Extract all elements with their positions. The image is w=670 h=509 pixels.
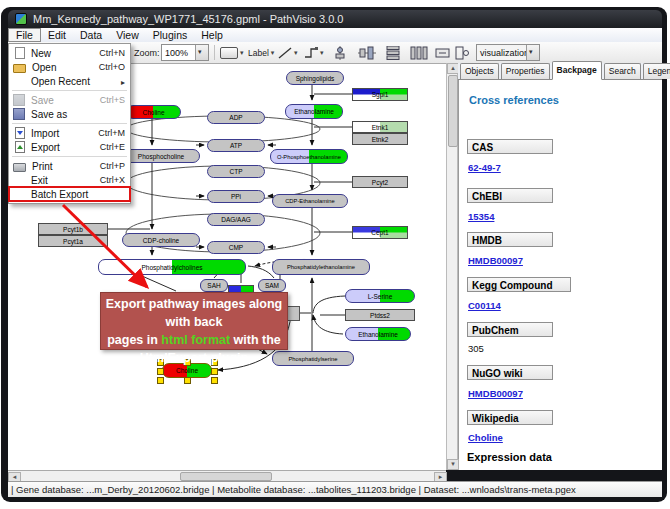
node-phosphocholine[interactable]: Phosphocholine	[122, 149, 200, 163]
callout-text: with the	[230, 333, 281, 347]
zoom-combobox[interactable]: 100%	[161, 42, 209, 63]
menu-item-label: Import	[31, 128, 98, 139]
scrollbar-thumb[interactable]	[180, 472, 272, 481]
tab-objects[interactable]: Objects	[460, 63, 499, 79]
node-dag-aag[interactable]: DAG/AAG	[207, 213, 265, 226]
xref-link-wikipedia[interactable]: Choline	[468, 432, 503, 443]
chevron-down-icon[interactable]	[271, 49, 275, 57]
node-cdp-ethanolamine[interactable]: CDP-Ethanolamine	[272, 194, 348, 208]
menu-item-import[interactable]: ImportCtrl+M	[9, 126, 130, 140]
datanode-tool-button[interactable]	[220, 42, 244, 63]
menu-view[interactable]: View	[109, 29, 146, 42]
selection-handle[interactable]	[157, 377, 164, 384]
tab-backpage[interactable]: Backpage	[552, 61, 602, 80]
menu-item-export[interactable]: ExportCtrl+E	[9, 140, 130, 154]
visualization-dropdown-icon[interactable]	[526, 45, 539, 60]
node-o-phosphoethanolamine[interactable]: O-Phosphoethanolamine	[270, 149, 348, 164]
align-middle-button[interactable]	[358, 42, 376, 63]
canvas-vertical-scrollbar[interactable]: ▴ ▾	[446, 63, 458, 470]
app-icon	[15, 13, 27, 25]
menu-data[interactable]: Data	[73, 29, 109, 42]
node-l-serine[interactable]: L-Serine	[345, 289, 415, 303]
xref-header-wikipedia: Wikipedia	[467, 410, 553, 425]
canvas-horizontal-scrollbar[interactable]: ◂ ▸	[8, 470, 446, 481]
node-pcyt2[interactable]: Pcyt2	[352, 176, 408, 188]
node-ptdss2[interactable]: Ptdss2	[345, 309, 415, 321]
menu-help[interactable]: Help	[194, 29, 230, 42]
menu-separator	[12, 156, 127, 157]
preview-button[interactable]	[455, 42, 471, 63]
node-cdp-choline[interactable]: CDP-choline	[122, 233, 200, 247]
xref-link-kegg[interactable]: C00114	[468, 300, 501, 311]
stack-horizontal-button[interactable]	[410, 42, 428, 63]
node-ctp[interactable]: CTP	[207, 165, 265, 178]
node-label: Ptdss2	[370, 312, 390, 319]
node-label: Cept1	[371, 229, 388, 236]
selection-handle[interactable]	[184, 377, 191, 384]
sidebar-tab-bar: Objects Properties Backpage Search Legen…	[458, 63, 662, 80]
menu-item-save[interactable]: SaveCtrl+S	[9, 93, 130, 107]
selection-handle[interactable]	[157, 368, 164, 375]
menu-file[interactable]: File	[8, 28, 41, 42]
xref-link-hmdb[interactable]: HMDB00097	[468, 255, 523, 266]
menu-item-exit[interactable]: ExitCtrl+X	[9, 173, 130, 187]
save-as-icon	[13, 108, 25, 120]
label-tool-button[interactable]: Label	[248, 42, 274, 63]
node-sphingolipids[interactable]: Sphingolipids	[286, 71, 344, 85]
node-choline-top[interactable]: Choline	[126, 105, 181, 119]
line-tool-button[interactable]	[278, 42, 298, 63]
node-sah[interactable]: SAH	[200, 279, 228, 292]
align-center-button[interactable]	[332, 42, 348, 63]
common-size-button[interactable]	[435, 42, 451, 63]
chevron-down-icon[interactable]	[240, 49, 244, 57]
node-phosphatidylcholines[interactable]: Phosphatidylcholines	[98, 259, 246, 275]
node-phosphatidylethanolamine[interactable]: Phosphatidylethanolamine	[272, 259, 370, 275]
node-atp[interactable]: ATP	[207, 139, 265, 152]
visualization-combobox[interactable]: visualization	[476, 42, 540, 63]
selection-handle[interactable]	[211, 377, 218, 384]
selection-handle[interactable]	[211, 368, 218, 375]
menu-item-print[interactable]: PrintCtrl+P	[9, 159, 130, 173]
scroll-down-icon[interactable]: ▾	[447, 459, 459, 470]
node-cmp[interactable]: CMP	[207, 241, 265, 254]
menu-item-new[interactable]: NewCtrl+N	[9, 46, 130, 60]
menu-item-open-recent[interactable]: Open Recent	[9, 74, 130, 88]
tab-search[interactable]: Search	[604, 63, 641, 79]
tab-legend[interactable]: Legend	[643, 63, 670, 79]
node-pcyt1a[interactable]: Pcyt1a	[38, 235, 108, 247]
save-icon	[13, 94, 25, 106]
tab-properties[interactable]: Properties	[501, 63, 550, 79]
zoom-dropdown-icon[interactable]	[195, 45, 208, 60]
xref-link-chebi[interactable]: 15354	[468, 211, 494, 222]
menu-icon-spacer	[13, 75, 25, 87]
common-size-icon	[435, 46, 451, 60]
menu-plugins[interactable]: Plugins	[146, 29, 194, 42]
connector-tool-button[interactable]	[304, 42, 324, 63]
node-ethanolamine-bottom[interactable]: Ethanolamine	[345, 327, 411, 341]
menu-item-save-as[interactable]: Save as	[9, 107, 130, 121]
chevron-down-icon[interactable]	[320, 49, 324, 57]
node-sgpl1[interactable]: Sgpl1	[352, 88, 408, 101]
node-sam[interactable]: SAM	[258, 279, 286, 292]
stack-vertical-button[interactable]	[384, 42, 402, 63]
file-menu: NewCtrl+N OpenCtrl+O Open Recent SaveCtr…	[8, 43, 131, 204]
callout-text: pages in	[107, 333, 161, 347]
menu-edit[interactable]: Edit	[41, 29, 73, 42]
node-etnk1[interactable]: Etnk1	[352, 121, 408, 133]
xref-link-cas[interactable]: 62-49-7	[468, 162, 501, 173]
node-ethanolamine-top[interactable]: Ethanolamine	[285, 104, 343, 119]
node-etnk2[interactable]: Etnk2	[352, 133, 408, 145]
node-ppi[interactable]: PPi	[207, 190, 265, 203]
menu-item-batch-export[interactable]: Batch Export	[9, 187, 130, 201]
title-bar[interactable]: Mm_Kennedy_pathway_WP1771_45176.gpml - P…	[8, 10, 662, 28]
menu-item-label: Batch Export	[31, 189, 125, 200]
callout-line-3: HtmlExport plugin	[101, 349, 287, 367]
chevron-down-icon[interactable]	[294, 49, 298, 57]
menu-icon-spacer	[13, 174, 25, 186]
node-cept1[interactable]: Cept1	[352, 226, 408, 239]
node-pcyt1b[interactable]: Pcyt1b	[38, 223, 108, 235]
scrollbar-thumb[interactable]	[448, 75, 458, 147]
node-adp[interactable]: ADP	[207, 111, 265, 124]
xref-link-nugo[interactable]: HMDB00097	[468, 388, 523, 399]
menu-item-open[interactable]: OpenCtrl+O	[9, 60, 130, 74]
